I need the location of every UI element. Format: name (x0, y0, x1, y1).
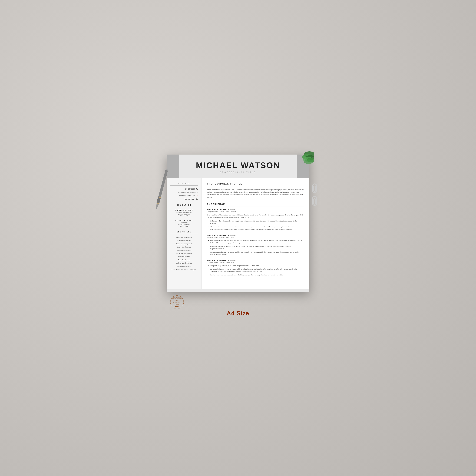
exp-bullet-2-1: For example, instead of writing, "Respon… (210, 268, 304, 272)
exp-bullets-1: With achievements, you should list any s… (210, 239, 304, 255)
edu-school-0: Name of University (170, 213, 198, 215)
edu-entry-0: MASTER'S DEGREE Business Administration … (170, 209, 198, 217)
svg-point-5 (304, 159, 313, 164)
skill-7: Team Leadership (170, 259, 198, 261)
skill-3: Brand Development (170, 246, 198, 248)
contact-email: youremail@domain.com ✉ (170, 191, 198, 193)
exp-bullets-0: Make your bullet points concise and easy… (210, 220, 304, 230)
skills-section: KEY SKILLS Website Administration Projec… (170, 231, 198, 271)
exp-bullet-1-1: If that's not possible because of the na… (210, 245, 304, 250)
exp-company-0: Company Name, Location | Date – Present (207, 211, 304, 212)
footer-size-label: A4 Size (227, 310, 249, 317)
skill-9: Influencer Marketing (170, 265, 198, 267)
resume-document: MICHAEL WATSON PROFESSIONAL TITLE CONTAC… (167, 154, 309, 292)
exp-bullet-1-2: Concisely describe your main responsibil… (210, 251, 304, 255)
exp-desc-0: Brief description of the position, your … (207, 214, 304, 219)
exp-title-1: YOUR JOB POSITION TITLE (207, 234, 304, 236)
exp-bullets-2: Along with using numbers, lead each bull… (210, 265, 304, 276)
exp-bullet-2-2: Carefully proofread your resume to show … (210, 274, 304, 276)
edu-year-1: 2008 - 2013 (170, 225, 198, 227)
resume-footer-bar (167, 289, 309, 292)
skills-section-title: KEY SKILLS (170, 231, 198, 234)
svg-rect-9 (314, 199, 316, 204)
education-section-title: EDUCATION (170, 204, 198, 207)
exp-bullet-0-0: Make your bullet points concise and easy… (210, 220, 304, 224)
edu-field-0: Business Administration (170, 211, 198, 213)
brand-name-creative: Creative (173, 301, 180, 304)
exp-title-0: YOUR JOB POSITION TITLE (207, 209, 304, 211)
edu-degree-0: MASTER'S DEGREE (170, 209, 198, 211)
exp-company-2: Company Name, Location | Date – Date (207, 261, 304, 263)
skill-5: Planning & Organization (170, 253, 198, 255)
exp-bullet-2-0: Along with using numbers, lead each bull… (210, 265, 304, 267)
svg-rect-7 (314, 186, 316, 191)
sidebar: CONTACT 282-689-8686 📞 youremail@domain.… (167, 178, 202, 289)
address-text: 868 Street Name, City (179, 195, 195, 197)
exp-company-1: Company Name, Location | Date – Date (207, 236, 304, 238)
profile-text: This is the first thing on your resume t… (207, 188, 304, 198)
exp-title-2: YOUR JOB POSITION TITLE (207, 260, 304, 261)
skill-6: Content Creation (170, 255, 198, 258)
profile-section-title: PROFESSIONAL PROFILE (207, 183, 304, 186)
linkedin-icon: in (196, 198, 198, 200)
brand-name-land: Land (175, 304, 179, 306)
contact-section-title: CONTACT (170, 183, 198, 186)
resume-header: MICHAEL WATSON PROFESSIONAL TITLE (167, 154, 309, 178)
location-icon: 📍 (196, 195, 198, 197)
edu-school-1: Name of University (170, 223, 198, 225)
brand-logo: PROFESSIONAL RESUME TEMPLATE THE Creativ… (170, 295, 184, 309)
brand-circle: PROFESSIONAL RESUME TEMPLATE THE Creativ… (170, 295, 184, 309)
candidate-title: PROFESSIONAL TITLE (173, 171, 303, 173)
email-icon: ✉ (197, 191, 198, 193)
exp-entry-0: YOUR JOB POSITION TITLE Company Name, Lo… (207, 209, 304, 230)
edu-field-1: Architecture (170, 222, 198, 223)
skill-2: Resource Management (170, 243, 198, 245)
edu-entry-1: BACHELOR OF ART Architecture Name of Uni… (170, 220, 198, 227)
contact-section: CONTACT 282-689-8686 📞 youremail@domain.… (170, 183, 198, 200)
skill-10: Collaborative with Staff & Colleagues (170, 269, 198, 271)
contact-phone: 282-689-8686 📞 (170, 188, 198, 190)
linkedin-text: yourusername (184, 198, 195, 200)
experience-section-title: EXPERIENCE (207, 203, 304, 206)
exp-entry-2: YOUR JOB POSITION TITLE Company Name, Lo… (207, 260, 304, 276)
resume-body: CONTACT 282-689-8686 📞 youremail@domain.… (167, 178, 309, 289)
edu-year-0: 2013 - 2015 (170, 215, 198, 217)
candidate-name: MICHAEL WATSON (173, 161, 303, 170)
skill-4: Content Development (170, 249, 198, 251)
exp-bullet-0-1: When possible, you should always list ac… (210, 226, 304, 230)
skill-0: Website Administration (170, 236, 198, 238)
education-section: EDUCATION MASTER'S DEGREE Business Admin… (170, 204, 198, 227)
page-footer: A4 Size (167, 308, 309, 318)
edu-degree-1: BACHELOR OF ART (170, 220, 198, 221)
experience-section: EXPERIENCE YOUR JOB POSITION TITLE Compa… (207, 203, 304, 276)
exp-entry-1: YOUR JOB POSITION TITLE Company Name, Lo… (207, 234, 304, 255)
brand-the-text: THE (175, 300, 178, 301)
profile-section: PROFESSIONAL PROFILE This is the first t… (207, 183, 304, 198)
brand-top-text: PROFESSIONAL RESUME TEMPLATE (170, 297, 184, 299)
header-name-container: MICHAEL WATSON PROFESSIONAL TITLE (173, 159, 303, 175)
phone-icon: 📞 (196, 188, 198, 190)
exp-bullet-1-0: With achievements, you should list any s… (210, 239, 304, 244)
phone-text: 282-689-8686 (185, 188, 195, 190)
skill-1: Project Management (170, 239, 198, 241)
email-text: youremail@domain.com (178, 191, 195, 193)
contact-linkedin: yourusername in (170, 198, 198, 200)
skill-8: Budgeting and Planning (170, 262, 198, 264)
main-content: PROFESSIONAL PROFILE This is the first t… (202, 178, 309, 289)
svg-marker-13 (155, 203, 159, 210)
contact-address: 868 Street Name, City 📍 (170, 195, 198, 197)
